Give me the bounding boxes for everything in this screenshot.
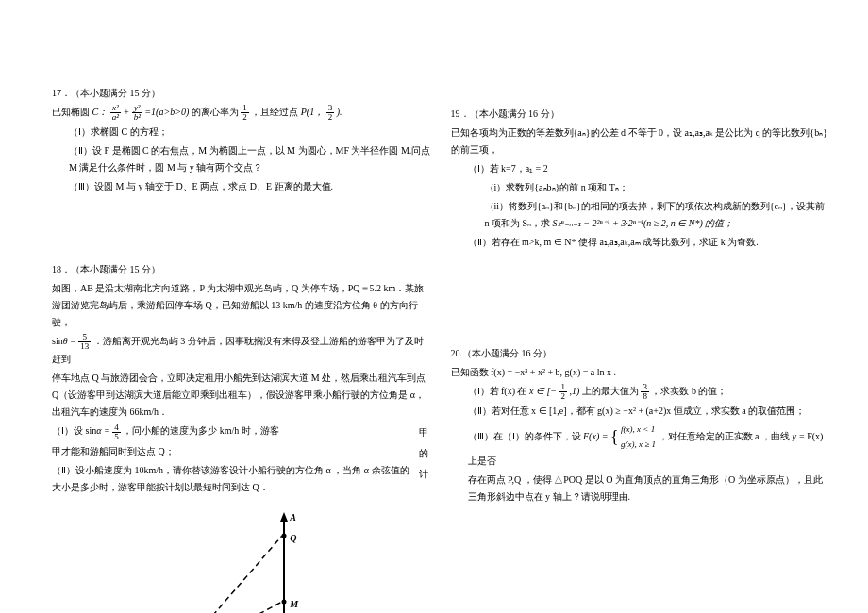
label-Q: Q	[290, 530, 296, 547]
problem-18: 18．（本小题满分 15 分） 如图，AB 是沿太湖南北方向道路，P 为太湖中观…	[52, 261, 432, 613]
p20-line1: 已知函数 f(x) = −x³ + x² + b, g(x) = a ln x …	[451, 364, 831, 381]
text: F(x) =	[583, 431, 608, 441]
svg-marker-1	[280, 512, 288, 522]
svg-line-2	[175, 536, 282, 613]
den: 13	[78, 342, 91, 351]
p18-q1: （Ⅰ）设 sinα = 45 ，问小船的速度为多少 km/h 时，游客	[52, 422, 415, 440]
case2: g(x), x ≥ 1	[621, 437, 656, 452]
text: P(1，	[301, 107, 324, 117]
p19-q1i: （i）求数列{aₙbₙ}的前 n 项和 Tₙ；	[451, 179, 831, 196]
text: S₂ⁿ₋ₙ₋₁ − 2²ⁿ⁻¹ + 3·2ⁿ⁻¹(n ≥ 2, n ∈ N*) …	[553, 218, 734, 228]
p20-q3a: （Ⅲ）在（Ⅰ）的条件下，设 F(x) = { f(x), x < 1 g(x),…	[451, 422, 831, 469]
p18-q2: （Ⅱ）设小船速度为 10km/h，请你替该游客设计小船行驶的方位角 α ，当角 …	[52, 462, 415, 496]
text: （Ⅲ）在（Ⅰ）的条件下，设	[468, 431, 584, 441]
den: a²	[110, 113, 121, 122]
p19-q2: （Ⅱ）若存在 m>k, m ∈ N* 使得 a₁,a₃,aₖ,aₘ 成等比数列，…	[451, 234, 831, 251]
p20-q1: （Ⅰ）若 f(x) 在 x ∈ [− 12 ,1) 上的最大值为 38 ，求实数…	[451, 383, 831, 401]
den: 2	[326, 113, 335, 122]
text: （Ⅰ）若 f(x) 在	[468, 386, 530, 396]
p19-line1: 已知各项均为正数的等差数列{aₙ}的公差 d 不等于 0，设 a₁,a₃,aₖ …	[451, 124, 831, 158]
p19-q1: （Ⅰ）若 k=7，a₁ = 2	[451, 160, 831, 177]
label-A: A	[290, 509, 296, 526]
p19-header: 19．（本小题满分 16 分）	[451, 106, 831, 123]
p20-q2: （Ⅱ）若对任意 x ∈ [1,e]，都有 g(x) ≥ −x² + (a+2)x…	[451, 403, 831, 420]
p18-line1: 如图，AB 是沿太湖南北方向道路，P 为太湖中观光岛屿，Q 为停车场，PQ＝5.…	[52, 280, 432, 331]
text: 的离心率为	[192, 107, 242, 117]
p20-header: 20.（本小题满分 16 分）	[451, 345, 831, 362]
problem-17: 17．（本小题满分 15 分） 已知椭圆 C： x²a² + y²b² =1(a…	[52, 85, 432, 195]
text: [−	[546, 386, 557, 396]
p17-q3: （Ⅲ）设圆 M 与 y 轴交于 D、E 两点，求点 D、E 距离的最大值.	[52, 178, 432, 195]
problem-20: 20.（本小题满分 16 分） 已知函数 f(x) = −x³ + x² + b…	[451, 345, 831, 505]
text: ，求实数 b 的值；	[651, 386, 726, 396]
text: C：	[92, 107, 108, 117]
p17-header: 17．（本小题满分 15 分）	[52, 85, 432, 102]
text: ,1)	[570, 386, 580, 396]
p17-q2: （Ⅱ）设 F 是椭圆 C 的右焦点，M 为椭圆上一点，以 M 为圆心，MF 为半…	[52, 142, 432, 176]
den: 8	[641, 392, 649, 401]
p18-q1c: 甲才能和游船同时到达点 Q；	[52, 443, 415, 460]
p18-line3: 停车地点 Q 与旅游团会合，立即决定租用小船先到达湖滨大道 M 处，然后乘出租汽…	[52, 370, 432, 421]
svg-point-9	[282, 599, 287, 604]
den: 2	[559, 392, 568, 401]
svg-point-8	[282, 533, 287, 538]
den: 2	[241, 113, 249, 122]
text: 已知椭圆	[52, 107, 92, 117]
p17-q1: （Ⅰ）求椭圆 C 的方程；	[52, 124, 432, 141]
text: ，且经过点	[251, 107, 301, 117]
text: 已知函数 f(x) = −x³ + x² + b, g(x) = a ln x …	[451, 367, 617, 377]
den: b²	[132, 113, 142, 122]
problem-19: 19．（本小题满分 16 分） 已知各项均为正数的等差数列{aₙ}的公差 d 不…	[451, 106, 831, 251]
p17-line1: 已知椭圆 C： x²a² + y²b² =1(a>b>0) 的离心率为 12 ，…	[52, 104, 432, 122]
p18-header: 18．（本小题满分 15 分）	[52, 261, 432, 278]
text: sin	[52, 336, 63, 346]
text: ).	[337, 107, 342, 117]
text: ．游船离开观光岛屿 3 分钟后，因事耽搁没有来得及登上游船的游客甲为了及时赶到	[52, 336, 424, 364]
case1: f(x), x < 1	[621, 422, 656, 437]
text: 上的最大值为	[582, 386, 642, 396]
figure-18: A Q M B P α θ	[124, 507, 359, 613]
text: =1(a>b>0)	[144, 107, 189, 117]
p20-q3c: 存在两点 P,Q ，使得 △POQ 是以 O 为直角顶点的直角三角形（O 为坐标…	[451, 472, 831, 505]
label-M: M	[290, 596, 298, 613]
p19-q1ii: （ii）将数列{aₙ}和{bₙ}的相同的项去掉，剩下的项依次构成新的数列{cₙ}…	[451, 198, 831, 232]
side-text: 甲的计	[419, 427, 428, 479]
p18-line2: sinθ = 513 ．游船离开观光岛屿 3 分钟后，因事耽搁没有来得及登上游船…	[52, 333, 432, 368]
den: 5	[112, 433, 121, 441]
text: ，问小船的速度为多少 km/h 时，游客	[123, 425, 279, 436]
text: （Ⅰ）设 sin	[52, 425, 96, 436]
svg-line-3	[175, 602, 282, 613]
